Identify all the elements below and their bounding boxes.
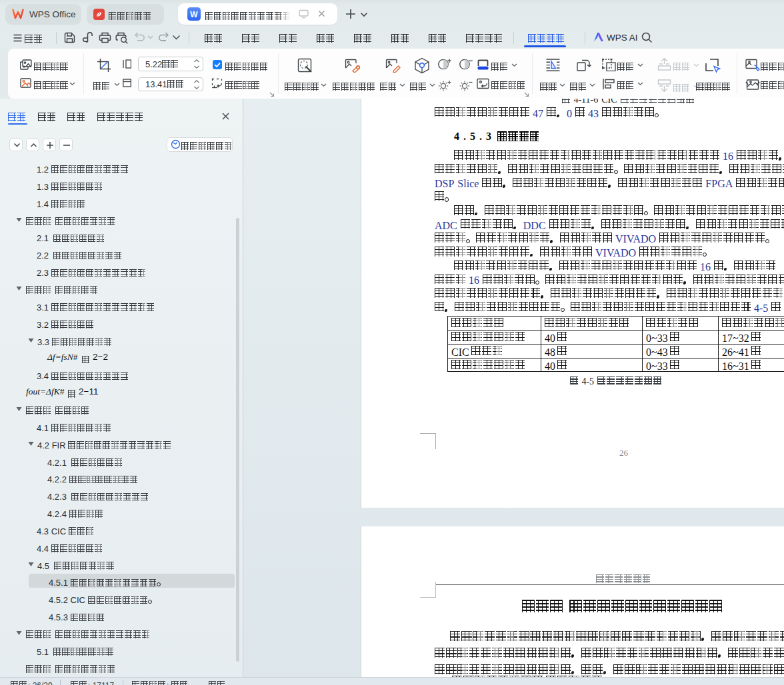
svg-text:W: W <box>190 10 198 19</box>
